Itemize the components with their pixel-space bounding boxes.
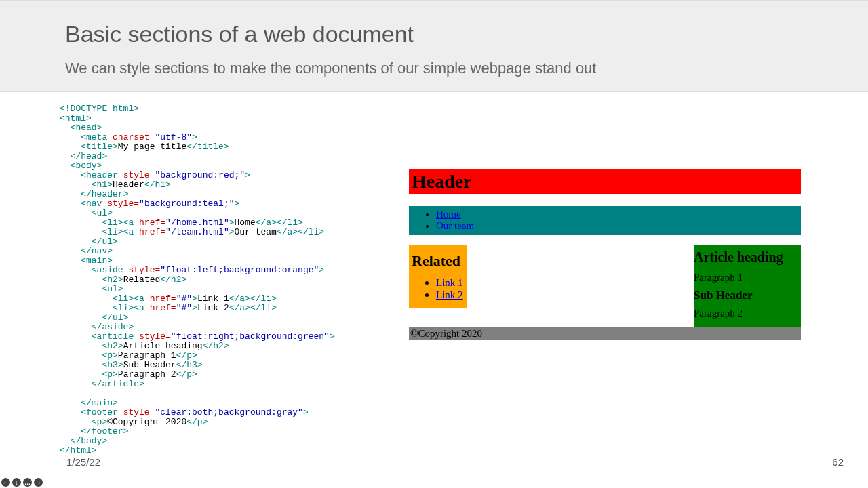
- list-item: Link 2: [436, 289, 465, 301]
- slide-date: 1/25/22: [66, 456, 100, 468]
- preview-header: Header: [409, 169, 801, 194]
- slide-header: Basic sections of a web document We can …: [0, 0, 868, 92]
- preview-footer: ©Copyright 2020: [409, 327, 801, 340]
- list-item: Our team: [436, 220, 801, 232]
- presenter-nav-icons: ← ↓ … →: [1, 478, 43, 487]
- article-p1: Paragraph 1: [694, 272, 801, 283]
- preview-article: Article heading Paragraph 1 Sub Header P…: [694, 245, 801, 327]
- list-item: Link 1: [436, 277, 465, 289]
- preview-main: Related Link 1 Link 2 Article heading Pa…: [409, 245, 801, 340]
- article-p2: Paragraph 2: [694, 308, 801, 319]
- nav-more-icon[interactable]: …: [23, 478, 32, 487]
- article-subheader: Sub Header: [694, 289, 801, 302]
- aside-link-2[interactable]: Link 2: [436, 289, 463, 300]
- article-heading: Article heading: [694, 249, 801, 265]
- preview-nav: Home Our team: [409, 206, 801, 235]
- list-item: Home: [436, 209, 801, 220]
- nav-forward-icon[interactable]: →: [34, 478, 43, 487]
- nav-link-team[interactable]: Our team: [436, 220, 474, 231]
- code-block: <!DOCTYPE html> <html> <head> <meta char…: [60, 104, 335, 455]
- nav-back-icon[interactable]: ←: [1, 478, 10, 487]
- nav-down-icon[interactable]: ↓: [12, 478, 21, 487]
- slide-subtitle: We can style sections to make the compon…: [65, 60, 868, 77]
- code-title: My page title: [118, 142, 186, 152]
- slide-title: Basic sections of a web document: [65, 21, 868, 47]
- rendered-preview: Header Home Our team Related Link 1 Link…: [409, 169, 801, 340]
- preview-aside: Related Link 1 Link 2: [409, 245, 467, 308]
- aside-link-1[interactable]: Link 1: [436, 277, 463, 288]
- slide-body: <!DOCTYPE html> <html> <head> <meta char…: [0, 100, 868, 480]
- aside-heading: Related: [412, 252, 465, 270]
- nav-link-home[interactable]: Home: [436, 209, 461, 220]
- slide-page-number: 62: [832, 456, 844, 468]
